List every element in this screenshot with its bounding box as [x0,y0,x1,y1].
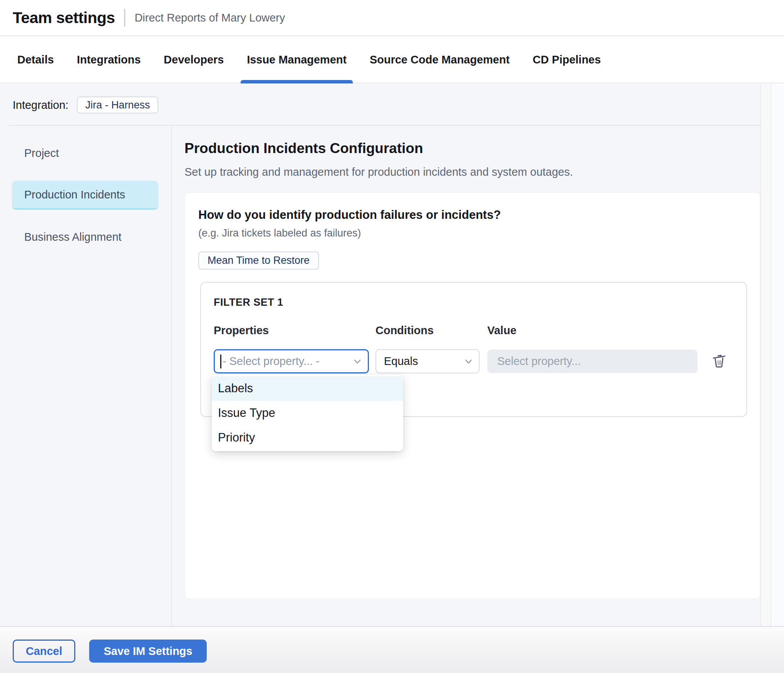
scrollbar-track[interactable] [760,84,771,626]
dropdown-option-labels[interactable]: Labels [212,376,403,401]
property-select[interactable]: - Select property... - [214,349,369,373]
tab-details[interactable]: Details [17,37,54,83]
sidebar-item-project[interactable]: Project [0,139,171,168]
delete-filter-button[interactable] [709,351,729,371]
dropdown-option-priority[interactable]: Priority [212,425,403,450]
tab-source-code-management[interactable]: Source Code Management [370,37,510,83]
content-area: Integration: Jira - Harness Project Prod… [0,84,771,626]
settings-sidebar: Project Production Incidents Business Al… [0,127,172,626]
page-title: Team settings [13,9,115,27]
title-separator [124,9,125,27]
tab-issue-management[interactable]: Issue Management [247,37,346,83]
right-gutter [771,84,784,626]
integration-row: Integration: Jira - Harness [0,84,771,126]
config-hint: (e.g. Jira tickets labeled as failures) [198,227,361,239]
integration-label: Integration: [13,99,68,112]
save-im-settings-button[interactable]: Save IM Settings [89,640,207,663]
properties-column-label: Properties [214,324,269,337]
tab-integrations[interactable]: Integrations [77,37,141,83]
value-column-label: Value [487,324,517,337]
sidebar-item-production-incidents[interactable]: Production Incidents [12,181,158,210]
property-select-placeholder: - Select property... - [223,355,320,368]
page-header: Team settings Direct Reports of Mary Low… [0,0,784,36]
cancel-button[interactable]: Cancel [13,640,75,663]
condition-select-value: Equals [384,355,418,368]
dropdown-option-issue-type[interactable]: Issue Type [212,401,403,425]
config-question: How do you identify production failures … [198,208,501,222]
tab-bar: Details Integrations Developers Issue Ma… [0,37,784,83]
section-subtitle: Set up tracking and management for produ… [184,166,573,178]
tab-cd-pipelines[interactable]: CD Pipelines [533,37,601,83]
condition-select[interactable]: Equals [375,349,480,373]
conditions-column-label: Conditions [375,324,434,337]
integration-chip[interactable]: Jira - Harness [77,97,158,113]
mean-time-to-restore-tab[interactable]: Mean Time to Restore [198,252,319,270]
tab-developers[interactable]: Developers [164,37,224,83]
sidebar-item-business-alignment[interactable]: Business Alignment [0,223,171,252]
property-dropdown-menu: Labels Issue Type Priority [212,375,403,451]
page-subtitle: Direct Reports of Mary Lowery [135,12,285,24]
footer-bar: Cancel Save IM Settings [0,626,784,673]
main-panel: Production Incidents Configuration Set u… [173,127,771,626]
chevron-down-icon [352,356,363,367]
incidents-config-card: How do you identify production failures … [184,192,760,599]
chevron-down-icon [463,356,474,367]
text-caret [220,355,221,368]
trash-icon [710,352,728,370]
value-input[interactable] [487,350,698,373]
section-title: Production Incidents Configuration [184,140,423,157]
filter-set-title: FILTER SET 1 [214,297,283,308]
